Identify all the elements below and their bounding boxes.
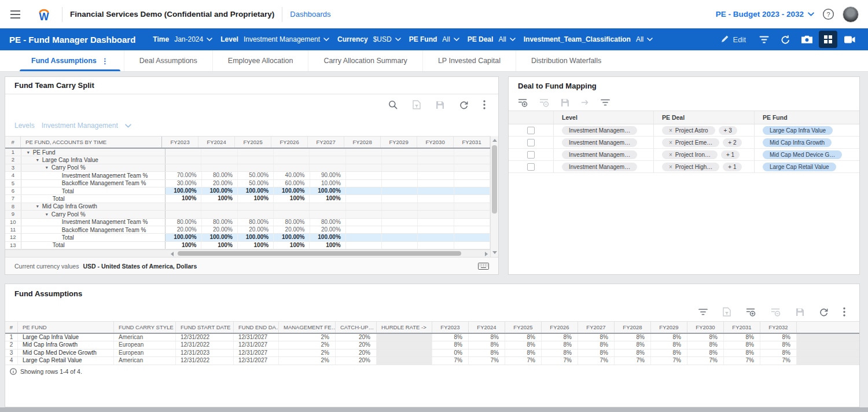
fy-value-cell[interactable]: 8% <box>724 350 760 356</box>
fy-value-cell[interactable]: 100.00% <box>274 187 310 194</box>
fy-value-cell[interactable] <box>418 172 454 179</box>
start-date-cell[interactable]: 12/31/2022 <box>176 334 234 341</box>
account-name-cell[interactable]: Investment Management Team % <box>21 172 166 179</box>
hurdle-rate-cell[interactable] <box>377 334 432 341</box>
fy-value-cell[interactable]: 7% <box>578 357 615 364</box>
fy-value-cell[interactable]: 100% <box>238 242 274 249</box>
mgmt-fee-cell[interactable]: 2% <box>279 334 336 341</box>
dashboards-link[interactable]: Dashboards <box>290 10 330 19</box>
fy-value-cell[interactable]: 8% <box>469 334 505 341</box>
filter-value-level[interactable]: Investment Management <box>244 35 329 43</box>
tab-deal-assumptions[interactable]: Deal Assumptions <box>124 50 212 71</box>
fy-value-cell[interactable] <box>382 180 418 187</box>
fy-value-cell[interactable] <box>165 164 201 171</box>
fy-value-cell[interactable] <box>454 187 490 194</box>
fy-value-cell[interactable]: 100% <box>274 242 310 249</box>
fy-value-cell[interactable] <box>201 149 237 156</box>
carry-style-cell[interactable]: American <box>114 357 176 364</box>
filter-icon[interactable] <box>601 99 610 106</box>
more-deals-badge[interactable]: + 1 <box>721 150 740 159</box>
remove-tag-icon[interactable]: × <box>669 139 672 146</box>
start-date-cell[interactable]: 12/31/2022 <box>176 341 234 348</box>
fy-value-cell[interactable] <box>274 149 310 156</box>
fy-value-cell[interactable]: 0% <box>432 350 469 356</box>
account-name-cell[interactable]: Total <box>21 187 166 194</box>
fy-value-cell[interactable] <box>382 234 418 241</box>
fy-value-cell[interactable]: 8% <box>724 334 760 341</box>
fy-value-cell[interactable]: 100% <box>201 195 237 202</box>
remove-row-icon[interactable] <box>771 308 781 317</box>
scroll-down-arrow[interactable] <box>492 251 497 254</box>
tab-menu-icon[interactable]: ⋮ <box>101 57 109 65</box>
row-checkbox[interactable] <box>527 163 535 171</box>
filter-value-pe-fund[interactable]: All <box>442 35 459 43</box>
more-deals-badge[interactable]: + 2 <box>723 138 741 147</box>
fy-value-cell[interactable]: 100% <box>165 195 201 202</box>
fy-value-cell[interactable]: 8% <box>615 341 651 348</box>
fy-value-cell[interactable] <box>274 156 310 163</box>
fy-value-cell[interactable]: 8% <box>542 334 578 341</box>
tab-lp-invested-capital[interactable]: LP Invested Capital <box>422 50 516 71</box>
fy-value-cell[interactable]: 7% <box>760 357 797 364</box>
levels-selector[interactable]: Levels Investment Management <box>5 115 498 136</box>
account-name-cell[interactable]: ▾PE Fund <box>21 149 165 156</box>
account-name-cell[interactable]: ▾Mid Cap Infra Growth <box>21 203 165 210</box>
row-checkbox[interactable] <box>527 151 535 159</box>
fy-value-cell[interactable] <box>238 149 274 156</box>
fy-value-cell[interactable] <box>346 172 382 179</box>
account-name-cell[interactable]: ▾Large Cap Infra Value <box>21 156 165 163</box>
refresh-icon[interactable] <box>459 101 468 109</box>
filter-value-pe-deal[interactable]: All <box>498 35 515 43</box>
account-name-cell[interactable]: Backoffice Management Team % <box>21 226 166 233</box>
filter-value-currency[interactable]: $USD <box>373 35 401 43</box>
fy-value-cell[interactable]: 100.00% <box>165 187 201 194</box>
fy-value-cell[interactable]: 7% <box>542 357 578 364</box>
pe-deal-tag[interactable]: ×Project Astro <box>662 126 715 135</box>
fy-value-cell[interactable]: 8% <box>687 350 724 356</box>
fy-value-cell[interactable] <box>454 156 490 163</box>
fy-value-cell[interactable] <box>454 180 490 187</box>
fy-value-cell[interactable]: 8% <box>651 350 687 356</box>
fy-value-cell[interactable]: 100.00% <box>274 234 310 241</box>
fy-value-cell[interactable]: 7% <box>651 357 687 364</box>
fy-value-cell[interactable]: 100% <box>238 195 274 202</box>
fy-value-cell[interactable]: 8% <box>651 341 687 348</box>
fy-value-cell[interactable] <box>346 226 382 233</box>
video-camera-icon[interactable] <box>840 31 859 48</box>
scrollbar-thumb[interactable] <box>178 251 461 256</box>
fy-value-cell[interactable] <box>165 203 201 210</box>
fy-value-cell[interactable]: 20.00% <box>238 226 274 233</box>
vertical-scrollbar[interactable] <box>490 136 498 257</box>
row-checkbox[interactable] <box>527 139 535 146</box>
fy-value-cell[interactable]: 100% <box>310 195 345 202</box>
send-icon[interactable] <box>581 99 589 106</box>
fy-value-cell[interactable]: 80.00% <box>202 172 238 179</box>
carry-style-cell[interactable]: American <box>114 334 176 341</box>
fy-value-cell[interactable]: 80.00% <box>274 219 310 226</box>
fy-value-cell[interactable]: 8% <box>469 350 505 356</box>
account-name-cell[interactable]: Total <box>21 234 166 241</box>
fy-value-cell[interactable] <box>201 164 237 171</box>
fy-value-cell[interactable] <box>418 203 454 210</box>
fy-value-cell[interactable] <box>454 203 490 210</box>
fy-value-cell[interactable]: 50.00% <box>238 180 274 187</box>
end-date-cell[interactable]: 12/31/2027 <box>234 357 279 364</box>
scrollbar-thumb[interactable] <box>492 145 497 214</box>
fy-value-cell[interactable]: 60.00% <box>274 180 310 187</box>
more-options-icon[interactable] <box>843 307 845 317</box>
help-icon[interactable]: ? <box>822 8 834 20</box>
collapse-arrow-icon[interactable]: ▾ <box>36 157 39 163</box>
fy-value-cell[interactable] <box>382 219 418 226</box>
fy-value-cell[interactable] <box>346 156 382 163</box>
fy-value-cell[interactable] <box>418 195 454 202</box>
camera-icon[interactable] <box>797 31 816 48</box>
fy-value-cell[interactable] <box>418 226 454 233</box>
more-options-icon[interactable] <box>483 100 486 109</box>
pe-deal-tag[interactable]: ×Project Eme… <box>662 138 719 147</box>
fy-value-cell[interactable] <box>346 219 382 226</box>
sheet-filter-icon[interactable] <box>413 100 421 109</box>
fy-value-cell[interactable]: 50.00% <box>238 172 274 179</box>
fy-value-cell[interactable] <box>418 211 454 218</box>
fy-value-cell[interactable] <box>454 149 490 156</box>
fy-value-cell[interactable]: 100.00% <box>202 187 238 194</box>
